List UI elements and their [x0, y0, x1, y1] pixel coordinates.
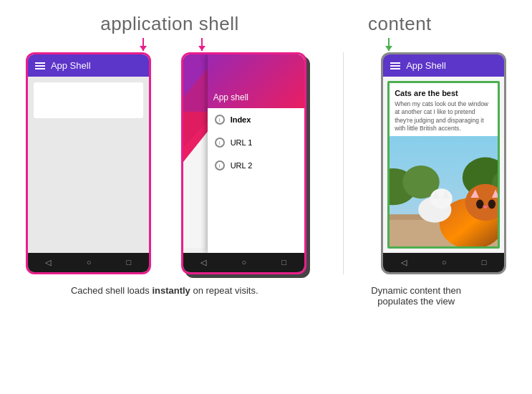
phone3-navbar: ◁ ○ □	[383, 253, 504, 272]
nav2-back[interactable]: ◁	[200, 258, 206, 267]
phone3: App Shell Cats are the best When my cats…	[381, 52, 506, 274]
hamburger-icon-3	[390, 62, 400, 69]
menu-item-index[interactable]: i Index	[208, 108, 304, 131]
caption-left-end: on repeat visits.	[190, 285, 258, 296]
info-icon-1: i	[215, 115, 225, 125]
phone1: App Shell ◁ ○ □	[26, 52, 151, 274]
nav-recent[interactable]: □	[127, 258, 132, 267]
caption-left: Cached shell loads instantly on repeat v…	[71, 285, 258, 296]
caption-right-line1: Dynamic content then	[371, 285, 461, 296]
info-icon-3: i	[215, 160, 225, 170]
nav-home[interactable]: ○	[87, 258, 92, 267]
nav3-recent[interactable]: □	[482, 258, 487, 267]
menu-header-text: App shell	[213, 92, 248, 102]
phone3-body: Cats are the best When my cats look out …	[383, 77, 504, 253]
arrow-phone2	[201, 38, 203, 51]
caption-instantly: instantly	[152, 285, 190, 296]
menu-label-index: Index	[231, 115, 251, 124]
info-icon-2: i	[215, 138, 225, 148]
phone3-appbar: App Shell	[383, 54, 504, 77]
arrow-phone3	[388, 38, 404, 51]
caption-right-line2: populates the view	[377, 296, 455, 307]
phone1-body	[28, 77, 149, 253]
phone2: App shell i Index i URL 1 i	[181, 52, 306, 274]
menu-label-url1: URL 1	[231, 138, 253, 147]
phone2-menu: App shell i Index i URL 1 i	[208, 54, 304, 253]
hamburger-icon	[35, 62, 45, 69]
arrow-phone1	[142, 38, 144, 51]
caption-right: Dynamic content then populates the view	[371, 285, 461, 307]
cat-image	[390, 136, 498, 246]
caption-left-text: Cached shell loads	[71, 285, 152, 296]
svg-point-20	[488, 199, 495, 208]
content-label: content	[368, 13, 432, 35]
content-placeholder	[34, 82, 143, 118]
menu-item-url1[interactable]: i URL 1	[208, 131, 304, 154]
nav2-home[interactable]: ○	[241, 258, 246, 267]
nav2-recent[interactable]: □	[281, 258, 286, 267]
card-description: When my cats look out the window at anot…	[395, 100, 493, 133]
svg-point-19	[476, 199, 483, 208]
nav-back[interactable]: ◁	[45, 258, 51, 267]
menu-label-url2: URL 2	[231, 161, 253, 170]
card-text-area: Cats are the best When my cats look out …	[390, 83, 498, 136]
menu-item-url2[interactable]: i URL 2	[208, 154, 304, 177]
phone2-body: App shell i Index i URL 1 i	[183, 54, 304, 253]
content-card: Cats are the best When my cats look out …	[387, 81, 500, 249]
phone3-title: App Shell	[406, 60, 446, 71]
nav3-back[interactable]: ◁	[401, 258, 407, 267]
phone1-appbar: App Shell	[28, 54, 149, 77]
menu-header-bg: App shell	[208, 54, 304, 108]
svg-point-23	[430, 188, 453, 208]
application-shell-label: application shell	[100, 13, 239, 35]
nav3-home[interactable]: ○	[442, 258, 447, 267]
phone1-navbar: ◁ ○ □	[28, 253, 149, 272]
card-title: Cats are the best	[395, 89, 493, 97]
phone1-title: App Shell	[51, 60, 91, 71]
phone2-navbar: ◁ ○ □	[183, 253, 304, 272]
